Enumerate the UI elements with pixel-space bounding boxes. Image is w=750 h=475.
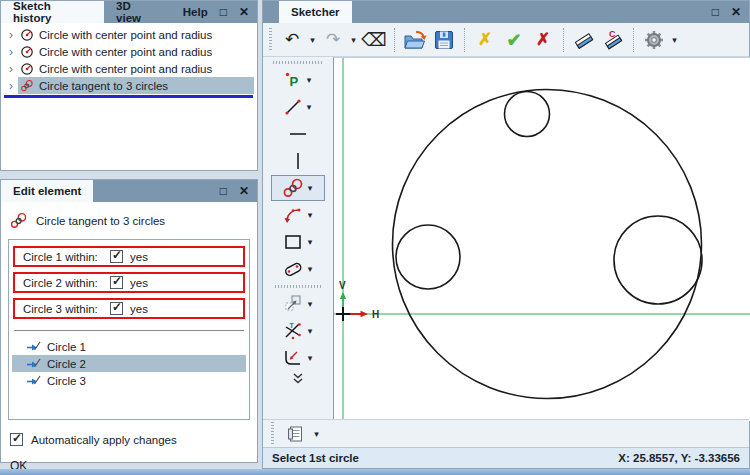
- auto-apply-checkbox[interactable]: [10, 433, 23, 446]
- circle-list-item-1[interactable]: Circle 1: [12, 338, 246, 355]
- point-dropdown-arrow[interactable]: ▾: [305, 75, 314, 85]
- slot-tool[interactable]: ▾: [271, 256, 325, 282]
- constraint-arrow-icon: [26, 374, 41, 387]
- settings-button[interactable]: [641, 27, 667, 53]
- divider: [14, 330, 244, 331]
- constraint-arrow-icon: [26, 357, 41, 370]
- expander-icon[interactable]: ›: [4, 28, 18, 42]
- circle-1-within-checkbox[interactable]: [110, 250, 123, 263]
- expander-icon[interactable]: ›: [4, 79, 18, 93]
- circle-3-within-checkbox[interactable]: [110, 302, 123, 315]
- circle-radius-icon: [20, 28, 34, 42]
- tab-sketch-history[interactable]: Sketch history: [1, 1, 104, 23]
- tree-item-tangent-circle[interactable]: › Circle tangent to 3 circles: [1, 77, 257, 94]
- bottom-toolbar-drag-handle[interactable]: [271, 422, 274, 446]
- tree-item-circle-3[interactable]: › Circle with center point and radius: [1, 60, 257, 77]
- delete-sketch-button[interactable]: ✗: [530, 27, 556, 53]
- sketch-top-circle[interactable]: [505, 92, 550, 137]
- expander-icon[interactable]: ›: [4, 62, 18, 76]
- maximize-icon[interactable]: □: [220, 6, 227, 18]
- erase-button[interactable]: [571, 27, 597, 53]
- arc-icon: [282, 204, 304, 226]
- circle-2-within-value: yes: [130, 277, 148, 289]
- tangent-circle-tool[interactable]: ▾: [271, 175, 325, 201]
- horizontal-line-tool[interactable]: [271, 121, 325, 147]
- backspace-delete-button[interactable]: ⌫: [361, 27, 387, 53]
- sketch-list-dropdown-arrow[interactable]: ▾: [312, 429, 321, 439]
- save-button[interactable]: [431, 27, 457, 53]
- circle-list-label: Circle 2: [47, 358, 86, 370]
- close-icon[interactable]: ✕: [239, 185, 249, 197]
- status-coordinates: X: 25.8557, Y: -3.33656: [618, 452, 740, 464]
- palette-separator: [275, 285, 321, 288]
- maximize-icon[interactable]: □: [712, 6, 719, 18]
- toolbar-separator: [633, 28, 634, 52]
- tangent-circles-icon: [10, 212, 28, 230]
- expander-icon[interactable]: ›: [4, 45, 18, 59]
- settings-dropdown-arrow[interactable]: ▾: [670, 35, 679, 45]
- close-icon[interactable]: ✕: [731, 6, 741, 18]
- trim-dropdown-arrow[interactable]: ▾: [306, 326, 315, 336]
- undo-button[interactable]: ↶: [279, 27, 305, 53]
- maximize-icon[interactable]: □: [220, 185, 227, 197]
- origin-marker: V H: [336, 280, 379, 321]
- sketcher-panel: Sketcher □ ✕ ↶ ▾ ↷ ▾ ⌫ ✗ ✔ ✗ C: [262, 0, 750, 469]
- accept-sketch-button[interactable]: ✔: [501, 27, 527, 53]
- rectangle-tool[interactable]: ▾: [271, 229, 325, 255]
- tab-sketcher[interactable]: Sketcher: [279, 1, 352, 23]
- circle-list-item-3[interactable]: Circle 3: [12, 372, 246, 389]
- palette-drag-handle[interactable]: [273, 61, 323, 64]
- point-tool[interactable]: P ▾: [271, 67, 325, 93]
- circle-list-label: Circle 3: [47, 375, 86, 387]
- fillet-tool[interactable]: ▾: [271, 345, 325, 371]
- yellow-x-icon: ✗: [478, 31, 492, 48]
- sketch-outer-circle[interactable]: [393, 90, 702, 399]
- toolbar-separator: [464, 28, 465, 52]
- arc-dropdown-arrow[interactable]: ▾: [306, 210, 315, 220]
- redo-button[interactable]: ↷: [320, 27, 346, 53]
- tab-3d-view[interactable]: 3D view: [104, 1, 171, 23]
- tab-edit-element[interactable]: Edit element: [1, 180, 93, 202]
- arc-tool[interactable]: ▾: [271, 202, 325, 228]
- sketch-canvas[interactable]: V H: [333, 57, 750, 421]
- copy-move-dropdown-arrow[interactable]: ▾: [306, 299, 315, 309]
- toolbar-drag-handle[interactable]: [269, 28, 272, 52]
- line-tool[interactable]: ▾: [271, 94, 325, 120]
- save-floppy-icon: [433, 29, 455, 51]
- tree-item-circle-2[interactable]: › Circle with center point and radius: [1, 43, 257, 60]
- sketch-list-button[interactable]: [282, 421, 308, 447]
- backspace-icon: ⌫: [361, 31, 386, 49]
- sketch-left-circle[interactable]: [396, 225, 460, 289]
- edit-element-header: Edit element □ ✕: [1, 180, 257, 202]
- tree-item-circle-1[interactable]: › Circle with center point and radius: [1, 26, 257, 43]
- vertical-line-tool[interactable]: [271, 148, 325, 174]
- fillet-dropdown-arrow[interactable]: ▾: [306, 353, 315, 363]
- element-title-label: Circle tangent to 3 circles: [36, 215, 165, 227]
- undo-dropdown-arrow[interactable]: ▾: [308, 35, 317, 45]
- trim-intersect-icon: T: [282, 320, 304, 342]
- auto-apply-row[interactable]: Automatically apply changes: [10, 433, 250, 446]
- copy-move-icon: [282, 293, 304, 315]
- circle-1-within-value: yes: [130, 251, 148, 263]
- sketch-right-circle[interactable]: [614, 216, 702, 304]
- line-dropdown-arrow[interactable]: ▾: [305, 102, 314, 112]
- svg-text:T: T: [289, 322, 294, 329]
- copy-move-tool[interactable]: ▾: [271, 291, 325, 317]
- circle-2-within-checkbox[interactable]: [110, 276, 123, 289]
- redo-dropdown-arrow[interactable]: ▾: [349, 35, 358, 45]
- tree-item-label: Circle with center point and radius: [39, 46, 212, 58]
- tab-help[interactable]: Help: [171, 1, 220, 23]
- tangent-dropdown-arrow[interactable]: ▾: [306, 183, 315, 193]
- erase-all-button[interactable]: C: [600, 27, 626, 53]
- trim-tool[interactable]: T ▾: [271, 318, 325, 344]
- open-file-button[interactable]: [402, 27, 428, 53]
- circle-radius-icon: [20, 45, 34, 59]
- sketch-list-icon: [285, 424, 305, 444]
- more-tools-button[interactable]: [271, 372, 325, 386]
- slot-dropdown-arrow[interactable]: ▾: [306, 264, 315, 274]
- close-icon[interactable]: ✕: [239, 6, 249, 18]
- circle-list-item-2[interactable]: Circle 2: [12, 355, 246, 372]
- rectangle-dropdown-arrow[interactable]: ▾: [306, 237, 315, 247]
- cancel-sketch-button[interactable]: ✗: [472, 27, 498, 53]
- sketcher-header: Sketcher □ ✕: [263, 1, 749, 23]
